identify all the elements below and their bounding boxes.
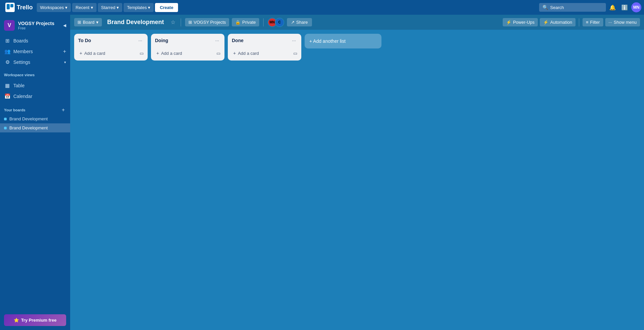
members-icon: 👥 — [4, 48, 11, 54]
calendar-icon: 📅 — [4, 93, 11, 99]
add-list-label: + Add another list — [309, 38, 346, 44]
recent-button[interactable]: Recent ▾ — [72, 3, 96, 12]
sidebar-board-brand-dev-1[interactable]: Brand Development — [0, 114, 70, 123]
member-avatar-2[interactable]: C — [275, 18, 284, 27]
card-template-button-todo[interactable]: ▭ — [138, 49, 145, 58]
try-premium-button[interactable]: ⭐ Try Premium free — [4, 314, 66, 326]
sidebar-boards-label: Boards — [13, 38, 66, 43]
user-avatar[interactable]: MN — [631, 2, 641, 12]
list-todo-menu-button[interactable]: ··· — [137, 37, 144, 44]
sidebar-members-label: Members — [13, 49, 60, 54]
list-done-title: Done — [232, 38, 289, 43]
list-todo-footer: + Add a card ▭ — [74, 47, 148, 61]
bell-icon: 🔔 — [609, 4, 616, 11]
share-icon: ↗ — [291, 20, 295, 25]
sidebar-item-calendar[interactable]: 📅 Calendar — [0, 91, 70, 102]
filter-button[interactable]: ≡ Filter — [583, 18, 603, 26]
card-template-button-done[interactable]: ▭ — [292, 49, 299, 58]
avatar-initials: MN — [633, 5, 640, 10]
info-icon: ℹ️ — [621, 4, 628, 11]
list-todo-title: To Do — [78, 38, 136, 43]
add-board-button[interactable]: + — [60, 107, 66, 113]
board-star-button[interactable]: ☆ — [169, 18, 177, 27]
sidebar-table-label: Table — [13, 83, 66, 88]
sidebar-item-boards[interactable]: ⊞ Boards — [0, 35, 70, 46]
templates-button[interactable]: Templates ▾ — [124, 3, 154, 12]
workspace-header[interactable]: V VOGSY Projects Free ◀ — [0, 17, 70, 33]
search-bar[interactable]: 🔍 Search — [539, 3, 606, 12]
header-divider-3 — [579, 18, 579, 26]
card-template-button-doing[interactable]: ▭ — [215, 49, 222, 58]
list-done-menu-button[interactable]: ··· — [291, 37, 297, 44]
workspace-views-nav: ▦ Table 📅 Calendar — [0, 78, 70, 104]
board-view-button[interactable]: ⊞ Board ▾ — [74, 18, 102, 26]
svg-rect-2 — [10, 4, 13, 7]
sidebar-settings-label: Settings — [13, 60, 61, 65]
automation-button[interactable]: ⚡ Automation — [540, 18, 576, 26]
add-another-list-button[interactable]: + Add another list — [305, 34, 381, 48]
list-doing: Doing ··· + Add a card ▭ — [151, 34, 224, 61]
template-icon-doing: ▭ — [216, 51, 220, 56]
filter-icon: ≡ — [586, 20, 589, 25]
list-doing-menu-button[interactable]: ··· — [214, 37, 220, 44]
templates-chevron: ▾ — [148, 5, 150, 10]
list-todo-header: To Do ··· — [74, 34, 148, 46]
svg-rect-1 — [7, 4, 10, 9]
board-color-indicator-active — [4, 127, 7, 129]
trello-logo[interactable]: Trello — [3, 3, 35, 12]
share-button[interactable]: ↗ Share — [287, 18, 312, 26]
private-button[interactable]: 🔒 Private — [232, 18, 259, 26]
power-ups-icon: ⚡ — [506, 20, 511, 25]
list-done: Done ··· + Add a card ▭ — [228, 34, 301, 61]
list-done-footer: + Add a card ▭ — [228, 47, 301, 61]
add-card-button-done[interactable]: + Add a card — [230, 48, 292, 58]
workspace-link-icon: ⊞ — [188, 20, 192, 25]
workspace-name: VOGSY Projects — [18, 21, 60, 26]
workspace-info: VOGSY Projects Free — [18, 21, 60, 30]
starred-button[interactable]: Starred ▾ — [98, 3, 123, 12]
table-icon: ▦ — [4, 83, 11, 89]
power-ups-button[interactable]: ⚡ Power-Ups — [503, 18, 538, 26]
sidebar: V VOGSY Projects Free ◀ ⊞ Boards 👥 Membe… — [0, 15, 70, 330]
add-card-button-todo[interactable]: + Add a card — [77, 48, 138, 58]
add-card-button-doing[interactable]: + Add a card — [154, 48, 215, 58]
list-doing-title: Doing — [155, 38, 212, 43]
board-members-avatars: MN C — [268, 18, 284, 27]
workspaces-button[interactable]: Workspaces ▾ — [37, 3, 71, 12]
avatar1-initials: MN — [270, 20, 275, 24]
settings-icon: ⚙ — [4, 59, 11, 65]
add-card-plus-icon: + — [79, 50, 82, 56]
sidebar-item-members[interactable]: 👥 Members + — [0, 46, 70, 57]
your-boards-title: Your boards — [4, 108, 60, 112]
search-icon: 🔍 — [542, 5, 548, 10]
sidebar-board-brand-dev-2[interactable]: Brand Development — [0, 123, 70, 132]
header-divider-1 — [181, 18, 181, 26]
add-member-icon[interactable]: + — [63, 48, 66, 54]
list-done-header: Done ··· — [228, 34, 301, 46]
board-area: ⊞ Board ▾ Brand Development ☆ ⊞ VOGSY Pr… — [70, 15, 644, 330]
sidebar-item-settings[interactable]: ⚙ Settings ▾ — [0, 57, 70, 68]
app-body: V VOGSY Projects Free ◀ ⊞ Boards 👥 Membe… — [0, 15, 644, 330]
menu-dots-icon: ··· — [609, 20, 612, 25]
sidebar-bottom: ⭐ Try Premium free — [0, 310, 70, 330]
create-button[interactable]: Create — [155, 3, 178, 12]
starred-chevron: ▾ — [117, 5, 119, 10]
info-button[interactable]: ℹ️ — [619, 2, 630, 13]
board-name-2: Brand Development — [9, 125, 48, 130]
premium-star-icon: ⭐ — [14, 318, 19, 323]
add-card-plus-icon-done: + — [233, 50, 236, 56]
board-view-icon: ⊞ — [77, 20, 81, 25]
sidebar-item-table[interactable]: ▦ Table — [0, 80, 70, 91]
workspace-link-button[interactable]: ⊞ VOGSY Projects — [185, 18, 229, 26]
template-icon: ▭ — [140, 51, 144, 56]
avatar2-initials: C — [278, 20, 281, 24]
board-lists-container: To Do ··· + Add a card ▭ — [70, 30, 644, 330]
show-menu-button[interactable]: ··· Show menu — [605, 18, 640, 26]
add-card-plus-icon-doing: + — [156, 50, 159, 56]
board-color-indicator — [4, 118, 7, 120]
lock-icon: 🔒 — [235, 20, 240, 25]
sidebar-collapse-button[interactable]: ◀ — [63, 23, 66, 28]
notifications-button[interactable]: 🔔 — [607, 2, 618, 13]
workspaces-chevron: ▾ — [65, 5, 67, 10]
recent-chevron: ▾ — [91, 5, 93, 10]
